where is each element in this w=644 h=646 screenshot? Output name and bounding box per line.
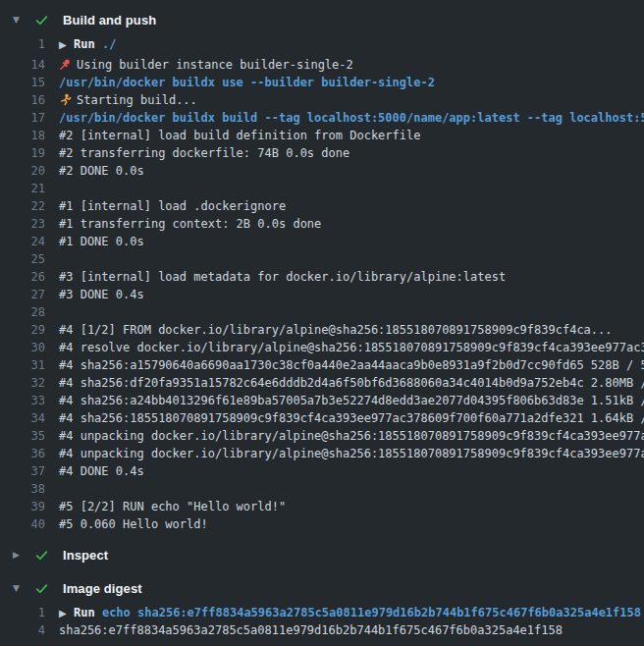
- log-text: #1 [internal] load .dockerignore: [45, 197, 644, 215]
- line-number[interactable]: 16: [0, 91, 45, 109]
- log-line: 1 ▶Run echo sha256:e7ff8834a5963a2785c5a…: [0, 604, 644, 621]
- log-line: 22 #1 [internal] load .dockerignore: [0, 197, 644, 215]
- log-line: 34 #4 sha256:185518070891758909c9f839cf4…: [0, 409, 644, 427]
- chevron-down-icon[interactable]: ▼: [13, 16, 34, 25]
- chevron-down-icon[interactable]: ▼: [13, 584, 34, 593]
- line-number[interactable]: 34: [0, 409, 45, 427]
- log-text: #2 transferring dockerfile: 74B 0.0s don…: [45, 144, 644, 162]
- log-section-build-and-push: ▼ Build and push 1 ▶Run ./ 14 Using buil…: [0, 6, 644, 533]
- log-segment: #2 transferring dockerfile: 74B 0.0s don…: [59, 146, 349, 160]
- line-number[interactable]: 40: [0, 515, 45, 533]
- log-segment: #4 resolve docker.io/library/alpine@sha2…: [59, 341, 644, 354]
- log-text: #3 [internal] load metadata for docker.i…: [45, 268, 644, 286]
- line-number[interactable]: 30: [0, 339, 45, 356]
- line-number[interactable]: 1: [0, 35, 45, 53]
- log-text: [45, 303, 644, 321]
- log-text: #4 sha256:df20fa9351a15782c64e6dddb2d4a6…: [45, 374, 644, 392]
- line-number[interactable]: 25: [0, 250, 45, 268]
- log-text: Using builder instance builder-single-2: [45, 56, 644, 74]
- line-number[interactable]: 19: [0, 144, 45, 162]
- line-number[interactable]: 1: [0, 604, 45, 621]
- log-segment: #4 DONE 0.4s: [59, 464, 144, 478]
- success-check-icon: [34, 581, 49, 596]
- log-segment: Run: [74, 37, 102, 51]
- log-line: 38: [0, 480, 644, 498]
- success-check-icon: [34, 548, 49, 563]
- log-line: 15 /usr/bin/docker buildx use --builder …: [0, 74, 644, 91]
- log-text: Starting build...: [45, 91, 644, 109]
- log-line: 16 Starting build...: [0, 91, 644, 109]
- log-line: 37 #4 DONE 0.4s: [0, 462, 644, 480]
- log-text: [45, 250, 644, 268]
- log-text: #1 DONE 0.0s: [45, 233, 644, 250]
- log-segment: #1 DONE 0.0s: [59, 235, 144, 248]
- log-text: #4 unpacking docker.io/library/alpine@sh…: [45, 427, 644, 445]
- section-lines: 1 ▶Run ./ 14 Using builder instance buil…: [0, 35, 644, 533]
- log-line: 18 #2 [internal] load build definition f…: [0, 127, 644, 144]
- line-number[interactable]: 27: [0, 286, 45, 303]
- line-number[interactable]: 15: [0, 74, 45, 91]
- section-header-image-digest[interactable]: ▼ Image digest: [0, 574, 644, 602]
- expand-arrow-icon[interactable]: ▶: [59, 605, 74, 621]
- section-header-inspect[interactable]: ▶ Inspect: [0, 541, 644, 568]
- section-title: Image digest: [63, 581, 142, 596]
- log-line: 14 Using builder instance builder-single…: [0, 56, 644, 74]
- log-section-inspect: ▶ Inspect: [0, 541, 644, 568]
- chevron-right-icon[interactable]: ▶: [13, 551, 34, 560]
- log-viewer: ▼ Build and push 1 ▶Run ./ 14 Using buil…: [0, 6, 644, 646]
- log-section-image-digest: ▼ Image digest 1 ▶Run echo sha256:e7ff88…: [0, 574, 644, 639]
- log-text: #4 resolve docker.io/library/alpine@sha2…: [45, 339, 644, 356]
- section-lines: 1 ▶Run echo sha256:e7ff8834a5963a2785c5a…: [0, 604, 644, 639]
- section-header-build-and-push[interactable]: ▼ Build and push: [0, 6, 644, 33]
- line-number[interactable]: 36: [0, 445, 45, 462]
- line-number[interactable]: 39: [0, 498, 45, 515]
- log-line: 19 #2 transferring dockerfile: 74B 0.0s …: [0, 144, 644, 162]
- log-line: 31 #4 sha256:a15790640a6690aa1730c38cf0a…: [0, 356, 644, 374]
- log-line: 20 #2 DONE 0.0s: [0, 162, 644, 180]
- log-line: 25: [0, 250, 644, 268]
- line-number[interactable]: 21: [0, 180, 45, 197]
- log-text: #5 [2/2] RUN echo "Hello world!": [45, 498, 644, 515]
- log-segment: #4 [1/2] FROM docker.io/library/alpine@s…: [59, 323, 613, 337]
- log-text: #1 transferring context: 2B 0.0s done: [45, 215, 644, 233]
- log-segment: #2 [internal] load build definition from…: [59, 129, 420, 142]
- log-segment: Using builder instance builder-single-2: [77, 58, 353, 72]
- line-number[interactable]: 31: [0, 356, 45, 374]
- line-number[interactable]: 32: [0, 374, 45, 392]
- log-line: 23 #1 transferring context: 2B 0.0s done: [0, 215, 644, 233]
- log-line: 26 #3 [internal] load metadata for docke…: [0, 268, 644, 286]
- log-line: 33 #4 sha256:a24bb4013296f61e89ba57005a7…: [0, 392, 644, 409]
- line-number[interactable]: 38: [0, 480, 45, 498]
- line-number[interactable]: 4: [0, 621, 45, 639]
- line-number[interactable]: 29: [0, 321, 45, 339]
- line-number[interactable]: 28: [0, 303, 45, 321]
- log-text: #4 sha256:a15790640a6690aa1730c38cf0a440…: [45, 356, 644, 374]
- log-segment: #1 transferring context: 2B 0.0s done: [59, 217, 321, 231]
- expand-arrow-icon[interactable]: ▶: [59, 36, 74, 53]
- line-number[interactable]: 18: [0, 127, 45, 144]
- line-number[interactable]: 17: [0, 109, 45, 127]
- log-segment: /usr/bin/docker buildx use --builder bui…: [59, 76, 435, 89]
- line-number[interactable]: 37: [0, 462, 45, 480]
- line-number[interactable]: 24: [0, 233, 45, 250]
- log-text: /usr/bin/docker buildx build --tag local…: [45, 109, 644, 127]
- line-number[interactable]: 20: [0, 162, 45, 180]
- log-text: #4 [1/2] FROM docker.io/library/alpine@s…: [45, 321, 644, 339]
- line-number[interactable]: 22: [0, 197, 45, 215]
- log-text: /usr/bin/docker buildx use --builder bui…: [45, 74, 644, 91]
- log-segment: sha256:e7ff8834a5963a2785c5a0811e979d16b…: [59, 623, 563, 637]
- line-number[interactable]: 23: [0, 215, 45, 233]
- log-text: #2 DONE 0.0s: [45, 162, 644, 180]
- log-segment: Run: [74, 606, 102, 619]
- log-text: #4 DONE 0.4s: [45, 462, 644, 480]
- log-text: ▶Run echo sha256:e7ff8834a5963a2785c5a08…: [45, 604, 644, 621]
- line-number[interactable]: 14: [0, 56, 45, 74]
- log-line: 40 #5 0.060 Hello world!: [0, 515, 644, 533]
- line-number[interactable]: 26: [0, 268, 45, 286]
- log-line: 30 #4 resolve docker.io/library/alpine@s…: [0, 339, 644, 356]
- line-number[interactable]: 35: [0, 427, 45, 445]
- log-line: 28: [0, 303, 644, 321]
- log-segment: #4 sha256:a24bb4013296f61e89ba57005a7b3e…: [59, 394, 644, 407]
- log-text: #4 sha256:185518070891758909c9f839cf4ca3…: [45, 409, 644, 427]
- line-number[interactable]: 33: [0, 392, 45, 409]
